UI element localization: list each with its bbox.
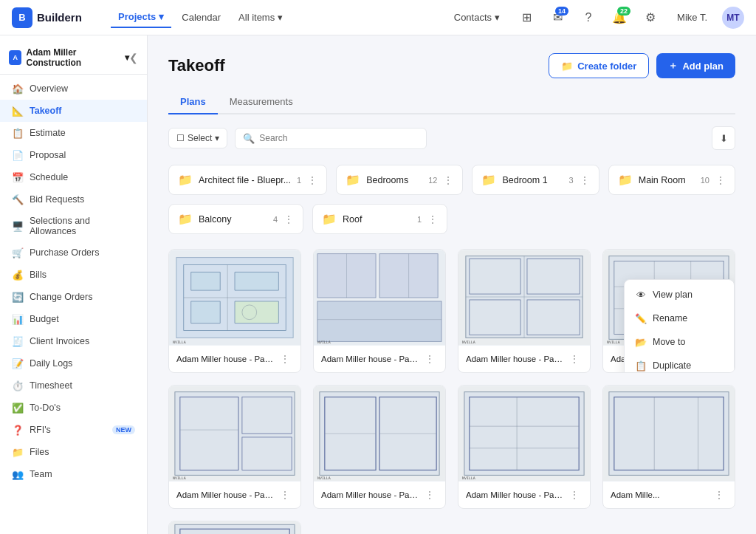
plan-menu-button[interactable]: ⋮ (277, 487, 293, 502)
sidebar-item-rfis[interactable]: ❓ RFI's NEW (0, 419, 147, 441)
sidebar-item-todos[interactable]: ✅ To-Do's (0, 397, 147, 419)
plan-card[interactable]: NVILLA Adam Miller house - Page 1 ⋮ (168, 249, 301, 373)
folder-item[interactable]: 📁 Balcony 4 ⋮ (168, 204, 303, 234)
sidebar-item-files[interactable]: 📁 Files (0, 441, 147, 463)
plan-card[interactable]: NVILLA Adam Miller house - Page 3 ⋮ (458, 249, 591, 373)
logo[interactable]: B Buildern (12, 7, 93, 28)
sidebar-item-client-invoices[interactable]: 🧾 Client Invoices (0, 330, 147, 352)
company-selector[interactable]: A Adam Miller Construction ▾ (9, 47, 129, 68)
sidebar-item-schedule[interactable]: 📅 Schedule (0, 166, 147, 188)
sidebar-item-bid-requests[interactable]: 🔨 Bid Requests (0, 188, 147, 210)
nav-contacts[interactable]: Contacts ▾ (447, 7, 507, 27)
folder-item[interactable]: 📁 Bedroom 1 3 ⋮ (472, 165, 599, 195)
sidebar-item-overview[interactable]: 🏠 Overview (0, 78, 147, 100)
context-rename[interactable]: ✏️ Rename (625, 307, 734, 330)
svg-rect-47 (464, 392, 584, 476)
plan-menu-button[interactable]: ⋮ (277, 352, 293, 366)
folder-menu-button[interactable]: ⋮ (580, 174, 590, 186)
plus-icon: ＋ (668, 59, 678, 72)
chevron-down-icon: ▾ (278, 12, 283, 23)
folder-item[interactable]: 📁 Bedrooms 12 ⋮ (336, 165, 463, 195)
selections-icon: 🖥️ (12, 220, 24, 232)
plan-card[interactable] (168, 521, 301, 534)
overview-icon: 🏠 (12, 83, 24, 95)
proposal-icon: 📄 (12, 149, 24, 161)
plan-thumbnail: NVILLA (169, 250, 300, 346)
plan-menu-button[interactable]: ⋮ (566, 352, 583, 366)
sidebar-item-daily-logs[interactable]: 📝 Daily Logs (0, 352, 147, 374)
checkbox-icon: ☐ (176, 133, 185, 143)
select-button[interactable]: ☐ Select ▾ (168, 128, 227, 148)
sidebar-item-budget[interactable]: 📊 Budget (0, 308, 147, 330)
svg-text:NVILLA: NVILLA (462, 340, 475, 344)
context-duplicate[interactable]: 📋 Duplicate (625, 354, 734, 373)
sidebar-item-takeoff[interactable]: 📐 Takeoff (0, 100, 147, 122)
folder-menu-button[interactable]: ⋮ (307, 174, 317, 186)
plan-thumbnail: NVILLA (458, 250, 590, 346)
tab-measurements[interactable]: Measurements (218, 90, 305, 114)
context-move-to[interactable]: 📂 Move to (625, 330, 734, 354)
logo-text: Buildern (37, 11, 82, 24)
nav-all-items[interactable]: All items ▾ (231, 7, 290, 27)
folder-menu-button[interactable]: ⋮ (443, 174, 453, 186)
sidebar-item-label: Files (30, 447, 49, 457)
plan-thumbnail (603, 386, 735, 482)
plan-menu-button[interactable]: ⋮ (422, 487, 438, 502)
sidebar-item-estimate[interactable]: 📋 Estimate (0, 122, 147, 144)
sidebar-item-timesheet[interactable]: ⏱️ Timesheet (0, 374, 147, 397)
folder-item[interactable]: 📁 Roof 1 ⋮ (312, 204, 447, 234)
folder-menu-button[interactable]: ⋮ (427, 213, 438, 225)
plan-card[interactable]: NVILLA Adam Miller house - Page 5 ⋮ (168, 385, 301, 509)
plan-card[interactable]: NVILLA Adam Miller house - Page 6 ⋮ (313, 385, 446, 509)
nav-calendar[interactable]: Calendar (174, 7, 228, 27)
plan-card[interactable]: NVILLA Adam Miller house - Page 7 ⋮ (458, 385, 591, 509)
plan-card[interactable]: NVILLA Adam Miller house - Page 4 ⋮ 👁 Vi… (602, 249, 735, 373)
sidebar-item-change-orders[interactable]: 🔄 Change Orders (0, 286, 147, 308)
create-folder-button[interactable]: 📁 Create folder (549, 53, 649, 78)
plan-name: Adam Miller house - Page 2 (321, 355, 422, 363)
avatar[interactable]: MT (722, 7, 744, 29)
help-icon[interactable]: ? (577, 6, 600, 30)
plan-menu-button[interactable]: ⋮ (422, 352, 438, 366)
timesheet-icon: ⏱️ (12, 380, 24, 391)
search-box[interactable]: 🔍 (235, 128, 427, 149)
folder-count: 1 (417, 215, 422, 224)
folder-menu-button[interactable]: ⋮ (715, 174, 726, 186)
user-name[interactable]: Mike T. (670, 7, 715, 27)
plan-menu-button[interactable]: ⋮ (711, 487, 727, 502)
folder-item[interactable]: 📁 Architect file - Bluepr... 1 ⋮ (168, 165, 327, 195)
nav-projects[interactable]: Projects ▾ (111, 7, 171, 28)
plan-card[interactable]: Adam Mille... ⋮ (602, 385, 735, 509)
folder-menu-button[interactable]: ⋮ (284, 213, 294, 225)
grid-view-icon[interactable]: ⊞ (515, 6, 538, 30)
bell-icon[interactable]: 🔔 22 (608, 6, 631, 30)
sidebar-item-proposal[interactable]: 📄 Proposal (0, 144, 147, 166)
sidebar-item-selections[interactable]: 🖥️ Selections and Allowances (0, 210, 147, 242)
sidebar-item-label: Takeoff (30, 106, 62, 116)
context-view-plan[interactable]: 👁 View plan (625, 283, 734, 307)
folder-item[interactable]: 📁 Main Room 10 ⋮ (608, 165, 735, 195)
sidebar-item-label: RFI's (30, 425, 51, 435)
plan-card[interactable]: NVILLA Adam Miller house - Page 2 ⋮ (313, 249, 446, 373)
sidebar-item-label: Timesheet (30, 380, 72, 391)
plan-menu-button[interactable]: ⋮ (566, 487, 583, 502)
sidebar-item-bills[interactable]: 💰 Bills (0, 264, 147, 286)
add-plan-button[interactable]: ＋ Add plan (656, 53, 735, 78)
search-input[interactable] (259, 133, 419, 143)
sidebar-item-team[interactable]: 👥 Team (0, 463, 147, 485)
plan-name: Adam Miller house - Page 1 (176, 355, 277, 363)
takeoff-icon: 📐 (12, 105, 24, 117)
sidebar-collapse-button[interactable]: ❮ (129, 52, 138, 64)
schedule-icon: 📅 (12, 171, 24, 183)
folder-icon: 📁 (322, 212, 337, 226)
company-name: Adam Miller Construction (26, 47, 120, 68)
layout: A Adam Miller Construction ▾ ❮ 🏠 Overvie… (0, 35, 756, 534)
download-button[interactable]: ⬇ (712, 126, 735, 150)
plan-footer: Adam Miller house - Page 6 ⋮ (314, 482, 445, 508)
tab-plans[interactable]: Plans (168, 90, 218, 114)
nav-links: Projects ▾ Calendar All items ▾ (111, 7, 290, 28)
plan-footer: Adam Miller house - Page 3 ⋮ (458, 346, 590, 372)
settings-icon[interactable]: ⚙ (639, 6, 662, 30)
sidebar-item-purchase-orders[interactable]: 🛒 Purchase Orders (0, 242, 147, 264)
mail-icon[interactable]: ✉ 14 (546, 6, 569, 30)
